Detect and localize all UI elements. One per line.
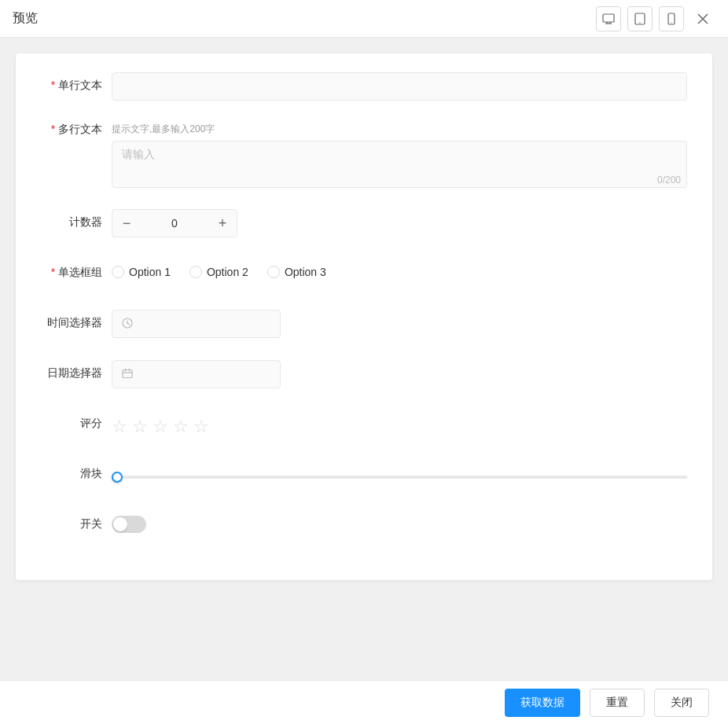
date-picker-row: 日期选择器 <box>41 360 687 391</box>
stars: ☆ ☆ ☆ ☆ ☆ <box>112 410 687 437</box>
single-text-input[interactable] <box>112 72 687 101</box>
star-4[interactable]: ☆ <box>173 417 189 437</box>
toggle-wrapper <box>112 511 687 533</box>
textarea-wrapper: 0/200 <box>112 141 687 190</box>
time-picker[interactable] <box>112 310 281 338</box>
counter-plus-button[interactable]: + <box>208 210 237 237</box>
slider-input[interactable] <box>112 476 687 479</box>
toggle-label: 开关 <box>41 511 112 531</box>
time-control <box>112 310 687 338</box>
time-picker-row: 时间选择器 <box>41 310 687 341</box>
counter-minus-button[interactable]: − <box>112 210 141 237</box>
rating-row: 评分 ☆ ☆ ☆ ☆ ☆ <box>41 410 687 442</box>
mobile-icon <box>665 13 678 25</box>
star-1[interactable]: ☆ <box>112 417 127 437</box>
counter-control: − 0 + <box>112 209 687 237</box>
radio-control: Option 1 Option 2 Option 3 <box>112 259 687 278</box>
tablet-icon <box>634 13 646 25</box>
toggle[interactable] <box>112 516 146 533</box>
slider-wrapper <box>112 461 687 481</box>
radio-row: 单选框组 Option 1 Option 2 Option 3 <box>41 259 687 291</box>
time-label: 时间选择器 <box>41 310 112 330</box>
slider-row: 滑块 <box>41 461 687 492</box>
radio-label-2: Option 2 <box>207 266 248 278</box>
multi-text-hint: 提示文字,最多输入200字 <box>112 123 687 136</box>
slider-control <box>112 461 687 481</box>
plus-icon: + <box>219 215 227 232</box>
radio-label: 单选框组 <box>41 259 112 280</box>
header-actions <box>596 6 715 31</box>
date-label: 日期选择器 <box>41 360 112 380</box>
svg-rect-13 <box>123 369 132 377</box>
header: 预览 <box>0 0 728 38</box>
form-card: 单行文本 多行文本 提示文字,最多输入200字 0/200 计数器 <box>16 53 712 580</box>
multi-text-row: 多行文本 提示文字,最多输入200字 0/200 <box>41 123 687 190</box>
tablet-view-button[interactable] <box>627 6 653 31</box>
get-data-button[interactable]: 获取数据 <box>505 689 580 717</box>
single-text-control <box>112 72 687 101</box>
multi-text-textarea[interactable] <box>112 141 687 188</box>
svg-point-5 <box>639 22 641 24</box>
radio-option-2[interactable]: Option 2 <box>189 266 248 278</box>
multi-text-control: 提示文字,最多输入200字 0/200 <box>112 123 687 190</box>
calendar-icon <box>122 368 133 381</box>
radio-label-1: Option 1 <box>129 266 171 278</box>
rating-control: ☆ ☆ ☆ ☆ ☆ <box>112 410 687 437</box>
svg-point-7 <box>671 22 671 23</box>
toggle-track <box>112 516 146 533</box>
close-icon <box>697 13 709 25</box>
footer: 获取数据 重置 关闭 <box>0 680 728 724</box>
rating-label: 评分 <box>41 410 112 431</box>
counter-label: 计数器 <box>41 209 112 230</box>
date-picker[interactable] <box>112 360 281 388</box>
header-title: 预览 <box>13 10 38 27</box>
radio-group: Option 1 Option 2 Option 3 <box>112 259 687 278</box>
counter-value: 0 <box>141 217 208 230</box>
clock-icon <box>122 318 133 331</box>
mobile-view-button[interactable] <box>659 6 684 31</box>
toggle-row: 开关 <box>41 511 687 542</box>
radio-label-3: Option 3 <box>285 266 326 278</box>
reset-button[interactable]: 重置 <box>590 689 645 717</box>
char-count: 0/200 <box>657 175 681 186</box>
radio-input-1[interactable] <box>112 266 124 278</box>
single-text-row: 单行文本 <box>41 72 687 104</box>
radio-input-3[interactable] <box>267 266 280 278</box>
svg-rect-0 <box>603 14 614 22</box>
slider-label: 滑块 <box>41 461 112 481</box>
desktop-view-button[interactable] <box>596 6 621 31</box>
counter: − 0 + <box>112 209 237 237</box>
radio-input-2[interactable] <box>189 266 202 278</box>
close-button[interactable] <box>690 6 715 31</box>
star-5[interactable]: ☆ <box>193 417 209 437</box>
radio-option-1[interactable]: Option 1 <box>112 266 171 278</box>
multi-text-label: 多行文本 <box>41 123 112 137</box>
toggle-control <box>112 511 687 533</box>
desktop-icon <box>602 13 615 25</box>
minus-icon: − <box>123 215 131 232</box>
main-content: 单行文本 多行文本 提示文字,最多输入200字 0/200 计数器 <box>0 38 728 680</box>
single-text-label: 单行文本 <box>41 72 112 93</box>
radio-option-3[interactable]: Option 3 <box>267 266 326 278</box>
date-control <box>112 360 687 388</box>
svg-line-12 <box>127 323 130 325</box>
star-2[interactable]: ☆ <box>132 417 148 437</box>
star-3[interactable]: ☆ <box>153 417 168 437</box>
counter-row: 计数器 − 0 + <box>41 209 687 241</box>
close-footer-button[interactable]: 关闭 <box>654 689 709 717</box>
